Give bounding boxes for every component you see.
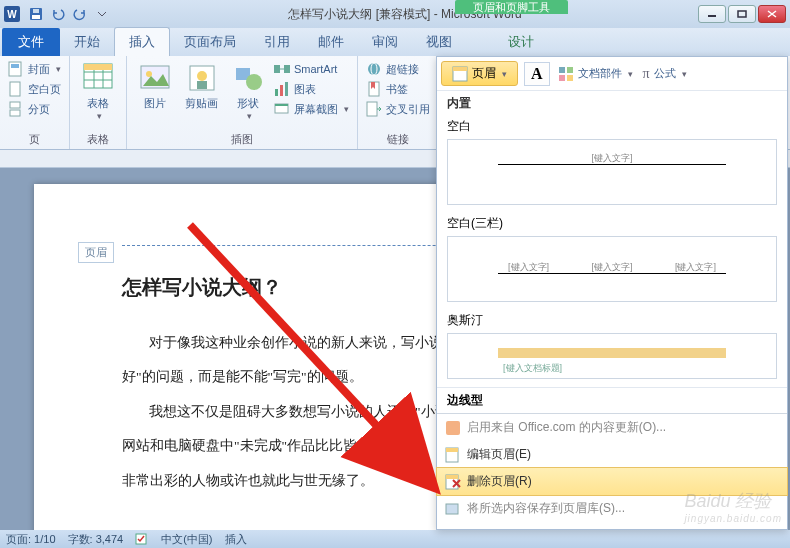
svg-rect-9	[10, 110, 20, 116]
header-icon	[452, 66, 468, 82]
text-a-icon: A	[531, 65, 543, 83]
svg-rect-45	[446, 504, 458, 514]
svg-rect-24	[284, 65, 290, 73]
tab-view[interactable]: 视图	[412, 28, 466, 56]
contextual-tool-label: 页眉和页脚工具	[455, 0, 568, 14]
quick-parts-button[interactable]: 文档部件▾	[558, 65, 633, 83]
preview-edge-label: 边线型	[437, 387, 787, 409]
clipart-button[interactable]: 剪贴画	[181, 60, 222, 113]
status-page[interactable]: 页面: 1/10	[6, 532, 56, 547]
hyperlink-button[interactable]: 超链接	[366, 60, 430, 78]
word-app-icon: W	[4, 6, 20, 22]
status-lang[interactable]: 中文(中国)	[161, 532, 212, 547]
cover-page-label: 封面	[28, 62, 50, 77]
tab-layout[interactable]: 页面布局	[170, 28, 250, 56]
clipart-label: 剪贴画	[185, 96, 218, 111]
table-label: 表格	[87, 96, 109, 111]
group-tables-label: 表格	[87, 132, 109, 147]
save-gallery-item[interactable]: 将所选内容保存到页眉库(S)...	[437, 495, 787, 522]
group-pages: 封面▾ 空白页 分页 页	[0, 56, 70, 149]
group-tables: 表格▾ 表格	[70, 56, 127, 149]
svg-rect-2	[33, 9, 39, 13]
svg-rect-35	[453, 67, 467, 71]
screenshot-button[interactable]: 屏幕截图▾	[274, 100, 349, 118]
status-words[interactable]: 字数: 3,474	[68, 532, 124, 547]
save-gallery-icon	[445, 501, 461, 517]
smartart-button[interactable]: SmartArt	[274, 60, 349, 78]
shapes-button[interactable]: 形状▾	[228, 60, 268, 123]
svg-rect-23	[274, 65, 280, 73]
blank-page-button[interactable]: 空白页	[8, 80, 61, 98]
header-button-label: 页眉	[472, 65, 496, 82]
pi-icon: π	[643, 66, 650, 82]
group-illustrations: 图片 剪贴画 形状▾ SmartArt 图表	[127, 56, 358, 149]
svg-point-19	[197, 71, 207, 81]
blank-page-label: 空白页	[28, 82, 61, 97]
quick-parts-icon	[558, 66, 574, 82]
close-button[interactable]	[758, 5, 786, 23]
svg-point-17	[146, 71, 152, 77]
tab-insert[interactable]: 插入	[114, 27, 170, 56]
crossref-button[interactable]: 交叉引用	[366, 100, 430, 118]
picture-label: 图片	[144, 96, 166, 111]
builtin-section-label: 内置	[437, 90, 787, 116]
minimize-button[interactable]	[698, 5, 726, 23]
svg-rect-37	[567, 67, 573, 73]
header-zone-tag: 页眉	[78, 242, 114, 263]
edit-header-item[interactable]: 编辑页眉(E)	[437, 441, 787, 468]
shapes-label: 形状	[237, 96, 259, 111]
preview-blank3[interactable]: [键入文字] [键入文字] [键入文字]	[447, 236, 777, 302]
tab-mailings[interactable]: 邮件	[304, 28, 358, 56]
picture-button[interactable]: 图片	[135, 60, 175, 113]
bookmark-button[interactable]: 书签	[366, 80, 430, 98]
tab-file[interactable]: 文件	[2, 28, 60, 56]
page-break-button[interactable]: 分页	[8, 100, 61, 118]
screenshot-label: 屏幕截图	[294, 102, 338, 117]
office-more-label: 启用来自 Office.com 的内容更新(O)...	[467, 419, 666, 436]
tab-home[interactable]: 开始	[60, 28, 114, 56]
quick-access-toolbar	[26, 4, 112, 24]
equation-label: 公式	[654, 66, 676, 81]
group-pages-label: 页	[29, 132, 40, 147]
tab-review[interactable]: 审阅	[358, 28, 412, 56]
tab-references[interactable]: 引用	[250, 28, 304, 56]
chart-button[interactable]: 图表	[274, 80, 349, 98]
svg-rect-39	[567, 75, 573, 81]
table-button[interactable]: 表格▾	[78, 60, 118, 123]
header-gallery-panel: 页眉 ▾ A 文档部件▾ π 公式▾ 内置 空白 [键入文字] 空白(三栏) […	[436, 56, 788, 530]
svg-rect-6	[11, 64, 19, 68]
preview-austin[interactable]: [键入文档标题]	[447, 333, 777, 379]
svg-rect-20	[197, 81, 207, 89]
remove-header-item[interactable]: 删除页眉(R)	[436, 467, 788, 496]
status-bar: 页面: 1/10 字数: 3,474 中文(中国) 插入	[0, 530, 790, 548]
window-title: 怎样写小说大纲 [兼容模式] - Microsoft Word	[112, 6, 698, 23]
cover-page-button[interactable]: 封面▾	[8, 60, 61, 78]
tab-design[interactable]: 设计	[494, 28, 548, 56]
status-mode[interactable]: 插入	[225, 532, 247, 547]
title-bar: W 怎样写小说大纲 [兼容模式] - Microsoft Word	[0, 0, 790, 28]
remove-header-label: 删除页眉(R)	[467, 473, 532, 490]
svg-rect-33	[367, 102, 377, 116]
svg-rect-15	[84, 64, 112, 70]
svg-rect-42	[446, 448, 458, 452]
office-more-item[interactable]: 启用来自 Office.com 的内容更新(O)...	[437, 414, 787, 441]
header-button[interactable]: 页眉 ▾	[441, 61, 518, 86]
text-box-row[interactable]: A	[524, 62, 550, 86]
edit-header-label: 编辑页眉(E)	[467, 446, 531, 463]
status-proofing-icon[interactable]	[135, 533, 149, 545]
svg-rect-38	[559, 75, 565, 81]
svg-rect-27	[285, 82, 288, 96]
redo-icon[interactable]	[70, 4, 90, 24]
svg-rect-36	[559, 67, 565, 73]
maximize-button[interactable]	[728, 5, 756, 23]
chart-label: 图表	[294, 82, 316, 97]
save-icon[interactable]	[26, 4, 46, 24]
undo-icon[interactable]	[48, 4, 68, 24]
svg-rect-1	[32, 15, 40, 19]
group-links: 超链接 书签 交叉引用 链接	[358, 56, 439, 149]
qat-more-icon[interactable]	[92, 4, 112, 24]
equation-button[interactable]: π 公式▾	[643, 65, 687, 83]
preview-blank[interactable]: [键入文字]	[447, 139, 777, 205]
bookmark-label: 书签	[386, 82, 408, 97]
save-gallery-label: 将所选内容保存到页眉库(S)...	[467, 500, 625, 517]
